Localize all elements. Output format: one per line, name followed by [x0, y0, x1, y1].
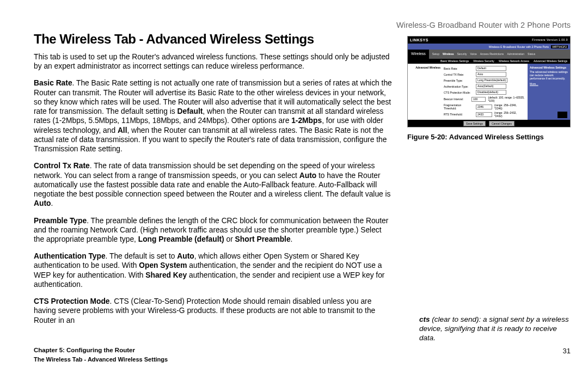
glossary-def: (clear to send): a signal sent by a wire… — [419, 315, 569, 342]
ctrl-tx-label: Control Tx Rate — [34, 162, 90, 170]
figure-block: LINKSYS Firmware Version 1.00.0 Wireless… — [407, 36, 571, 141]
intro-paragraph: This tab is used to set up the Router's … — [34, 52, 393, 71]
figure-caption: Figure 5-20: Advanced Wireless Settings — [407, 133, 571, 141]
fig-fw: Firmware Version 1.00.0 — [532, 38, 568, 41]
glossary-term: cts — [419, 315, 430, 323]
fig-footer: Save Settings Cancel Changes — [408, 120, 570, 127]
fig-group-col: Advanced Wireless — [408, 64, 442, 120]
page-footer: Chapter 5: Configuring the Router 31 The… — [34, 347, 571, 363]
figure-screenshot: LINKSYS Firmware Version 1.00.0 Wireless… — [407, 36, 571, 127]
body-text: This tab is used to set up the Router's … — [34, 52, 393, 333]
fig-tabs: Setup Wireless Security Voice Access Res… — [429, 50, 570, 59]
fig-brand: LINKSYS — [410, 38, 428, 42]
fig-save-button: Save Settings — [463, 121, 486, 126]
preamble-label: Preamble Type — [34, 217, 87, 225]
fig-cancel-button: Cancel Changes — [489, 121, 514, 126]
page-title: The Wireless Tab - Advanced Wireless Set… — [34, 32, 314, 47]
auth-label: Authentication Type — [34, 252, 106, 260]
basic-rate-label: Basic Rate — [34, 79, 72, 87]
cts-paragraph: CTS Protection Mode. CTS (Clear-To-Send)… — [34, 297, 393, 325]
fig-subtabs: Basic Wireless Settings Wireless Securit… — [408, 59, 570, 64]
product-header: Wireless-G Broadband Router with 2 Phone… — [396, 21, 571, 29]
basic-rate-paragraph: Basic Rate. The Basic Rate setting is no… — [34, 78, 393, 154]
fig-title-band: Wireless-G Broadband Router with 2 Phone… — [489, 45, 549, 48]
fig-section-label: Wireless — [408, 50, 429, 59]
fig-fields: Basic Rate:Default Control TX Rate:Auto … — [442, 64, 528, 120]
control-tx-paragraph: Control Tx Rate. The rate of data transm… — [34, 161, 393, 208]
preamble-paragraph: Preamble Type. The preamble defines the … — [34, 216, 393, 244]
fig-model: WRT54GP2 — [551, 45, 568, 48]
fig-cisco-logo-icon — [558, 112, 567, 118]
glossary-note: cts (clear to send): a signal sent by a … — [419, 315, 571, 343]
cts-label: CTS Protection Mode — [34, 297, 110, 305]
page-number: 31 — [563, 347, 571, 355]
footer-section: The Wireless Tab - Advanced Wireless Set… — [34, 356, 571, 363]
auth-paragraph: Authentication Type. The default is set … — [34, 252, 393, 289]
footer-chapter: Chapter 5: Configuring the Router — [34, 347, 135, 355]
